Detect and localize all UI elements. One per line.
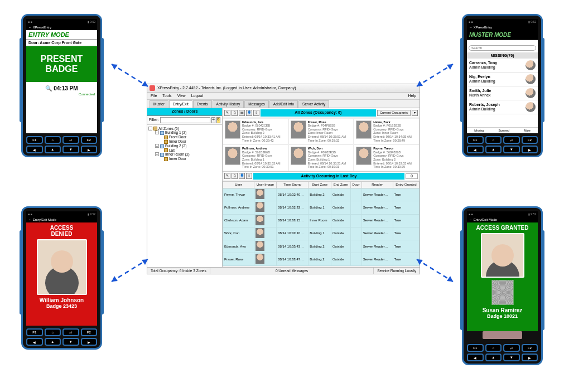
hw-right[interactable]: ▶	[522, 146, 538, 153]
muster-person-row[interactable]: Carranza, TonyAdmin Building	[467, 59, 538, 72]
hw-f2[interactable]: F2	[522, 136, 538, 144]
window-titlebar[interactable]: XPressEntry - 2.7.4452 - Telaeris Inc. (…	[147, 84, 420, 93]
hw-down[interactable]: ▼	[62, 146, 79, 153]
hw-right[interactable]: ▶	[81, 338, 98, 346]
occupant-cell[interactable]: Edmunds, AvaBadge #: 06042CEBCompany: RF…	[223, 118, 288, 145]
tool-export-icon[interactable]: ⇩	[253, 110, 259, 116]
sync-arrow-icon	[109, 61, 153, 94]
dropdown-icon[interactable]: ▾	[412, 110, 418, 116]
filter-input[interactable]	[160, 117, 210, 123]
hw-f1[interactable]: F1	[467, 344, 484, 352]
tab-activity-history[interactable]: Activity History	[213, 100, 244, 108]
hw-up[interactable]: ▲	[485, 146, 502, 153]
activity-row[interactable]: Fraser, Rose08/14 10:33:47…Building 2Out…	[223, 253, 420, 266]
hw-back[interactable]: ⏎	[503, 136, 520, 144]
hw-f1[interactable]: F1	[467, 136, 484, 144]
hw-down[interactable]: ▼	[503, 146, 520, 153]
tool-user-icon[interactable]: 👤	[239, 173, 245, 179]
tab-server-activity[interactable]: Server Activity	[298, 100, 329, 108]
tool-export-icon[interactable]: ⇩	[246, 173, 252, 179]
hw-back[interactable]: ⏎	[503, 344, 520, 352]
tool-edit-icon[interactable]: ✎	[224, 110, 230, 116]
tool-print-icon[interactable]: ⎙	[232, 173, 238, 179]
muster-person-row[interactable]: Nig, EvelynAdmin Building	[467, 72, 538, 86]
hw-f2[interactable]: F2	[81, 136, 98, 144]
hw-left[interactable]: ◀	[26, 338, 43, 346]
tab-more[interactable]: More	[524, 129, 530, 132]
activity-row[interactable]: Clarkson, Adam08/14 10:33:15…Inner RoomO…	[223, 214, 420, 227]
occupant-cell[interactable]: Fraser, RoseBadge #: F04F825BCompany: RF…	[288, 118, 354, 145]
tool-print-icon[interactable]: ⎙	[232, 110, 238, 116]
hw-up[interactable]: ▲	[45, 338, 61, 346]
col-header[interactable]: Entry Granted	[393, 182, 419, 188]
search-input[interactable]	[469, 45, 536, 51]
clear-filter-button[interactable]: ⟳	[216, 117, 220, 123]
tab-scanned[interactable]: Scanned	[498, 129, 509, 132]
hw-f2[interactable]: F2	[522, 344, 538, 352]
hw-back[interactable]: ⏎	[62, 328, 79, 336]
tool-chart-icon[interactable]: ▤	[239, 110, 245, 116]
avatar	[526, 88, 536, 98]
tab-events[interactable]: Events	[193, 100, 212, 108]
present-badge-prompt: PRESENT BADGE	[26, 46, 97, 82]
col-header[interactable]: Reader	[361, 182, 393, 188]
occupant-cell[interactable]: Pullman, AndrewBadge #: 561B2E6BCompany:…	[223, 144, 288, 171]
hw-f1[interactable]: F1	[26, 136, 43, 144]
activity-row[interactable]: Edmunds, Ava08/14 10:33:43…Building 2Out…	[223, 240, 420, 253]
activity-row[interactable]: Pullman, Andrew08/14 10:32:33…Building 1…	[223, 201, 420, 214]
occupant-cell[interactable]: Wick, DonBadge #: F0E82E3BCompany: RFID-…	[288, 144, 354, 171]
hw-left[interactable]: ◀	[26, 146, 43, 153]
hw-f1[interactable]: F1	[26, 328, 43, 336]
tab-add-edit-info[interactable]: Add/Edit Info	[269, 100, 298, 108]
avatar	[256, 241, 264, 251]
activity-row[interactable]: Wick, Don08/14 10:33:10…Building 1Outsid…	[223, 227, 420, 240]
badge-number: Badge 10021	[487, 313, 518, 319]
menu-tools[interactable]: Tools	[162, 94, 171, 98]
svg-marker-7	[447, 276, 453, 282]
tab-missing[interactable]: Missing	[474, 129, 484, 132]
tool-edit-icon[interactable]: ✎	[224, 173, 230, 179]
hw-up[interactable]: ▲	[485, 354, 502, 361]
hw-left[interactable]: ◀	[467, 354, 484, 361]
muster-person-row[interactable]: Roberts, JosephAdmin Building	[467, 100, 538, 114]
hw-home[interactable]: ⌂	[485, 344, 502, 352]
col-header[interactable]: Start Zone	[308, 182, 331, 188]
hw-right[interactable]: ▶	[522, 354, 538, 361]
hw-left[interactable]: ◀	[467, 146, 484, 153]
hw-down[interactable]: ▼	[62, 338, 79, 346]
occupant-cell[interactable]: Payne, TrevorBadge #: 560F826BCompany: R…	[354, 144, 420, 171]
tab-entry-exit[interactable]: Entry/Exit	[169, 100, 192, 108]
occupant-cell[interactable]: Haine, ZackBadge #: F0182E2BCompany: RFI…	[354, 118, 420, 145]
hw-home[interactable]: ⌂	[45, 328, 61, 336]
android-statusbar: ■ ■▮ 9:52	[467, 19, 538, 25]
activity-row[interactable]: Payne, Trevor08/14 10:32:40…Building 2Ou…	[223, 188, 420, 201]
fingerprint-sensor[interactable]	[483, 331, 522, 339]
menu-logout[interactable]: Logout	[191, 94, 203, 98]
desktop-app-window: XPressEntry - 2.7.4452 - Telaeris Inc. (…	[147, 84, 420, 274]
menu-view[interactable]: View	[177, 94, 186, 98]
hw-home[interactable]: ⌂	[45, 136, 61, 144]
menu-file[interactable]: File	[151, 94, 157, 98]
tab-muster[interactable]: Muster	[150, 100, 168, 108]
zone-tree[interactable]: −All Zones (6)−Building 1 (2)Front DoorI…	[147, 125, 222, 267]
menu-help[interactable]: Help	[408, 94, 416, 98]
hw-back[interactable]: ⏎	[62, 136, 79, 144]
hw-right[interactable]: ▶	[81, 146, 98, 153]
current-occupants-button[interactable]: Current Occupants	[377, 110, 411, 116]
hw-down[interactable]: ▼	[503, 354, 520, 361]
apply-filter-button[interactable]: ➔	[211, 117, 215, 123]
status-unread-messages[interactable]: 0 Unread Messages	[210, 268, 374, 274]
col-header[interactable]: User Image	[254, 182, 276, 188]
col-header[interactable]: Time Stamp	[277, 182, 308, 188]
access-status: ACCESS GRANTED	[476, 222, 529, 233]
svg-marker-3	[447, 64, 453, 70]
col-header[interactable]: Door	[350, 182, 361, 188]
muster-person-row[interactable]: Smith, JulieNorth Annex	[467, 86, 538, 100]
hw-f2[interactable]: F2	[81, 328, 98, 336]
hw-up[interactable]: ▲	[45, 146, 61, 153]
col-header[interactable]: User	[223, 182, 254, 188]
tab-messages[interactable]: Messages	[244, 100, 269, 108]
col-header[interactable]: End Zone	[331, 182, 350, 188]
hw-home[interactable]: ⌂	[485, 136, 502, 144]
tool-user-icon[interactable]: 👤	[246, 110, 252, 116]
